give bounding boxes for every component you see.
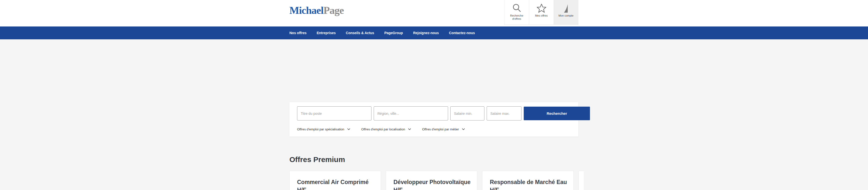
browse-by-metier-link[interactable]: Offres d'emploi par métier: [422, 128, 465, 131]
browse-link-label: Offres d'emploi par spécialisation: [297, 128, 344, 131]
job-card-title: Responsable de Marché Eau H/F: [490, 178, 569, 190]
salary-min-input[interactable]: [450, 106, 485, 120]
salary-max-input[interactable]: [487, 106, 522, 120]
main-nav-links: Nos offres Entreprises Conseils & Actus …: [289, 26, 485, 39]
nav-item-rejoignez-nous[interactable]: Rejoignez-nous: [413, 31, 439, 35]
chevron-down-icon: [408, 128, 411, 130]
nav-item-pagegroup[interactable]: PageGroup: [384, 31, 403, 35]
browse-link-label: Offres d'emploi par métier: [422, 128, 459, 131]
header-action-label: Mon compte: [557, 14, 575, 17]
chevron-down-icon: [347, 128, 350, 130]
logo-part-page: Page: [323, 5, 344, 16]
job-card[interactable]: Développeur Photovoltaïque H/F: [386, 171, 477, 190]
job-card[interactable]: Commercial Air Comprimé H/F: [289, 171, 381, 190]
job-card-clipped[interactable]: [579, 171, 584, 190]
browse-links-row: Offres d'emploi par spécialisation Offre…: [297, 126, 465, 132]
search-submit-button[interactable]: Rechercher: [524, 107, 590, 120]
nav-item-contactez-nous[interactable]: Contactez-nous: [449, 31, 475, 35]
michael-page-logo[interactable]: MichaelPage: [289, 4, 344, 16]
logo-part-michael: Michael: [289, 5, 323, 16]
browse-by-localisation-link[interactable]: Offres d'emploi par localisation: [361, 128, 411, 131]
header-action-my-offers[interactable]: Mes offres: [529, 0, 554, 25]
header-action-my-account[interactable]: Mon compte: [554, 0, 578, 25]
main-nav: Nos offres Entreprises Conseils & Actus …: [0, 26, 868, 39]
browse-link-label: Offres d'emploi par localisation: [361, 128, 405, 131]
premium-cards-row: Commercial Air Comprimé H/F Développeur …: [289, 171, 584, 190]
browse-by-specialisation-link[interactable]: Offres d'emploi par spécialisation: [297, 128, 350, 131]
header-actions: Recherche d'offres Mes offres Mon compte: [504, 0, 578, 25]
nav-item-entreprises[interactable]: Entreprises: [317, 31, 336, 35]
job-card[interactable]: Responsable de Marché Eau H/F: [482, 171, 574, 190]
search-fields-row: Rechercher: [297, 106, 590, 120]
account-icon: [564, 0, 568, 13]
header: MichaelPage Recherche d'offres Me: [0, 0, 868, 26]
search-icon: [512, 0, 522, 13]
header-action-job-search[interactable]: Recherche d'offres: [504, 0, 529, 25]
location-input[interactable]: [374, 106, 448, 120]
page: MichaelPage Recherche d'offres Me: [0, 0, 868, 190]
job-search-card: Rechercher Offres d'emploi par spécialis…: [289, 102, 578, 137]
chevron-down-icon: [462, 128, 465, 130]
nav-item-conseils-actus[interactable]: Conseils & Actus: [346, 31, 374, 35]
star-icon: [536, 0, 547, 13]
header-action-label: Recherche d'offres: [508, 14, 526, 21]
job-card-title: Commercial Air Comprimé H/F: [297, 178, 376, 190]
job-title-input[interactable]: [297, 106, 371, 120]
nav-item-nos-offres[interactable]: Nos offres: [289, 31, 307, 35]
header-action-label: Mes offres: [533, 14, 550, 17]
premium-offers-heading: Offres Premium: [289, 155, 345, 164]
job-card-title: Développeur Photovoltaïque H/F: [394, 178, 472, 190]
